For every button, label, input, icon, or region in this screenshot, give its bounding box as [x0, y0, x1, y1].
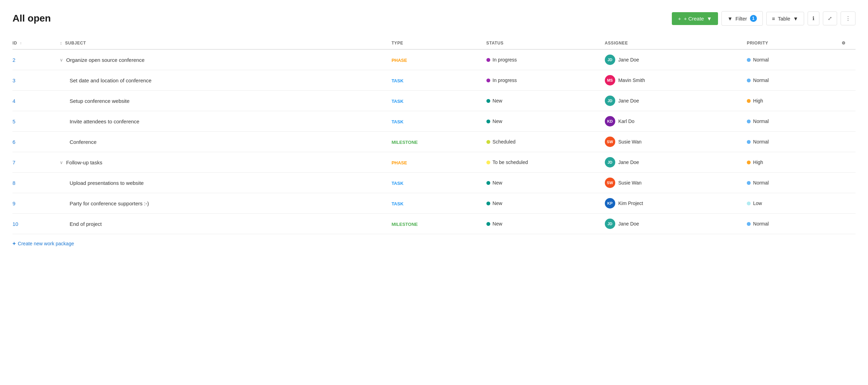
cell-id[interactable]: 9 [12, 193, 60, 214]
table-row: 4Setup conference websiteTASKNewJDJane D… [12, 91, 856, 111]
add-icon: + [12, 240, 16, 247]
cell-settings [842, 91, 856, 111]
cell-assignee: JDJane Doe [605, 214, 747, 234]
status-text: In progress [493, 57, 517, 63]
cell-priority: Low [747, 193, 842, 214]
cell-status: New [486, 91, 605, 111]
priority-text: High [753, 98, 763, 104]
priority-dot [747, 99, 751, 103]
table-row: 8Upload presentations to websiteTASKNewS… [12, 173, 856, 193]
priority-text: Normal [753, 139, 769, 145]
create-new-work-package[interactable]: + Create new work package [12, 234, 856, 247]
table-row: 10End of projectMILESTONENewJDJane DoeNo… [12, 214, 856, 234]
col-header-settings[interactable]: ⚙ [842, 37, 856, 49]
cell-assignee: KDKarl Do [605, 111, 747, 132]
cell-priority: Normal [747, 70, 842, 91]
priority-dot [747, 202, 751, 205]
table-row: 2∨Organize open source conferencePHASEIn… [12, 49, 856, 70]
more-options-button[interactable]: ⋮ [841, 11, 856, 25]
table-row: 7∨Follow-up tasksPHASETo be scheduledJDJ… [12, 152, 856, 173]
work-packages-table: ID ↑ ↕ SUBJECT TYPE STATUS ASSIGNEE PRIO [12, 37, 856, 234]
status-dot [486, 79, 490, 82]
assignee-name: Jane Doe [618, 221, 639, 227]
info-button[interactable]: ℹ [808, 11, 819, 25]
cell-id[interactable]: 8 [12, 173, 60, 193]
col-type-label: TYPE [392, 41, 403, 46]
col-header-status[interactable]: STATUS [486, 37, 605, 49]
filter-button[interactable]: ▼ Filter 1 [721, 11, 762, 26]
avatar: MS [605, 75, 615, 85]
status-dot [486, 161, 490, 164]
priority-text: Low [753, 200, 762, 206]
cell-id[interactable]: 5 [12, 111, 60, 132]
cell-id[interactable]: 2 [12, 49, 60, 70]
cell-type: TASK [392, 91, 486, 111]
priority-text: Normal [753, 221, 769, 227]
cell-settings [842, 49, 856, 70]
create-button[interactable]: + + Create ▼ [672, 12, 718, 25]
cell-assignee: SWSusie Wan [605, 132, 747, 152]
cell-type: MILESTONE [392, 214, 486, 234]
table-row: 5Invite attendees to conferenceTASKNewKD… [12, 111, 856, 132]
table-row: 6ConferenceMILESTONEScheduledSWSusie Wan… [12, 132, 856, 152]
cell-subject: Upload presentations to website [60, 173, 391, 193]
priority-dot [747, 181, 751, 185]
cell-assignee: MSMavin Smith [605, 70, 747, 91]
assignee-name: Karl Do [618, 118, 635, 124]
assignee-name: Kim Project [618, 200, 643, 206]
avatar: KP [605, 198, 615, 208]
page-title: All open [12, 13, 51, 24]
cell-id[interactable]: 3 [12, 70, 60, 91]
priority-dot [747, 79, 751, 82]
assignee-name: Jane Doe [618, 57, 639, 63]
expand-chevron-icon[interactable]: ∨ [60, 160, 63, 165]
table-row: 9Party for conference supporters :-)TASK… [12, 193, 856, 214]
type-badge: TASK [392, 99, 403, 104]
subject-text: Invite attendees to conference [69, 118, 139, 124]
subject-text: Set date and location of conference [69, 77, 151, 83]
cell-id[interactable]: 6 [12, 132, 60, 152]
cell-subject: Party for conference supporters :-) [60, 193, 391, 214]
cell-type: MILESTONE [392, 132, 486, 152]
cell-settings [842, 173, 856, 193]
col-header-id[interactable]: ID ↑ [12, 37, 60, 49]
cell-assignee: SWSusie Wan [605, 173, 747, 193]
cell-status: New [486, 111, 605, 132]
avatar: JD [605, 157, 615, 167]
table-button[interactable]: ≡ Table ▼ [766, 12, 804, 25]
cell-priority: High [747, 152, 842, 173]
cell-type: TASK [392, 173, 486, 193]
status-text: New [493, 118, 502, 124]
col-header-assignee[interactable]: ASSIGNEE [605, 37, 747, 49]
cell-assignee: JDJane Doe [605, 152, 747, 173]
cell-id[interactable]: 10 [12, 214, 60, 234]
cell-id[interactable]: 7 [12, 152, 60, 173]
settings-icon: ⚙ [842, 41, 846, 46]
fullscreen-button[interactable]: ⤢ [823, 11, 837, 25]
status-text: Scheduled [493, 139, 516, 145]
status-text: New [493, 98, 502, 104]
cell-settings [842, 70, 856, 91]
cell-id[interactable]: 4 [12, 91, 60, 111]
subject-text: Organize open source conference [66, 57, 144, 63]
col-header-type[interactable]: TYPE [392, 37, 486, 49]
subject-text: Setup conference website [69, 98, 130, 104]
expand-chevron-icon[interactable]: ∨ [60, 57, 63, 63]
col-header-subject[interactable]: ↕ SUBJECT [60, 37, 391, 49]
type-badge: MILESTONE [392, 140, 418, 145]
expand-icon: ⤢ [828, 15, 832, 22]
cell-subject: ∨Organize open source conference [60, 49, 391, 70]
status-text: In progress [493, 77, 517, 83]
page-header: All open + + Create ▼ ▼ Filter 1 ≡ Table… [12, 11, 856, 26]
status-dot [486, 140, 490, 144]
cell-type: PHASE [392, 49, 486, 70]
priority-text: Normal [753, 118, 769, 124]
type-badge: PHASE [392, 160, 407, 165]
avatar: JD [605, 96, 615, 106]
col-subject-label: SUBJECT [65, 41, 86, 46]
priority-dot [747, 58, 751, 62]
col-header-priority[interactable]: PRIORITY [747, 37, 842, 49]
cell-status: To be scheduled [486, 152, 605, 173]
avatar: SW [605, 137, 615, 147]
toolbar: + + Create ▼ ▼ Filter 1 ≡ Table ▼ ℹ ⤢ ⋮ [672, 11, 856, 26]
